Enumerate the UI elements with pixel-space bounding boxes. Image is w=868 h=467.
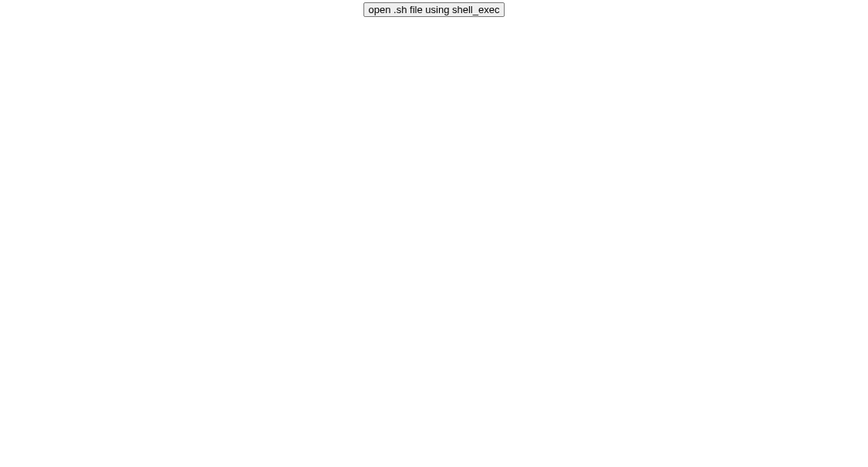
open-sh-file-button[interactable]: open .sh file using shell_exec [363,2,505,17]
button-container: open .sh file using shell_exec [363,2,505,17]
